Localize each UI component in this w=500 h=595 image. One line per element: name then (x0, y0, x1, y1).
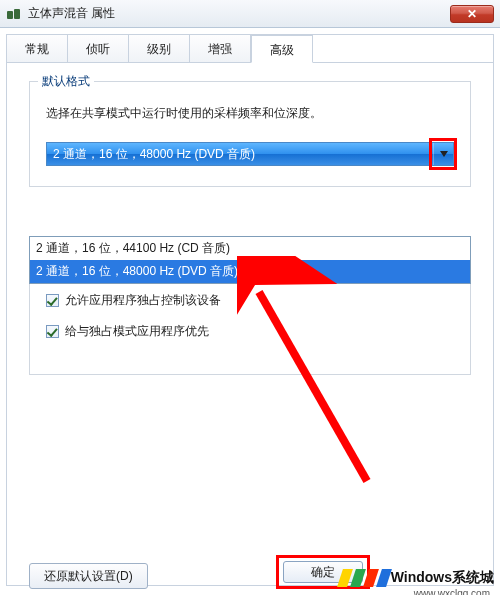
title-bar: 立体声混音 属性 ✕ (0, 0, 500, 28)
svg-rect-1 (14, 9, 20, 19)
close-button[interactable]: ✕ (450, 5, 494, 23)
exclusive-mode-group: 独占模式 允许应用程序独占控制该设备 给与独占模式应用程序优先 (29, 269, 471, 375)
svg-rect-0 (7, 11, 13, 19)
format-dropdown-value: 2 通道，16 位，48000 Hz (DVD 音质) (47, 146, 433, 163)
watermark: Windows系统城 (340, 569, 494, 587)
tab-general[interactable]: 常规 (7, 35, 68, 62)
watermark-url: www.wxclgg.com (414, 588, 490, 595)
checkbox-row-allow-exclusive: 允许应用程序独占控制该设备 (46, 292, 454, 309)
window-icon (6, 6, 22, 22)
default-format-description: 选择在共享模式中运行时使用的采样频率和位深度。 (46, 104, 454, 122)
format-dropdown-list: 2 通道，16 位，44100 Hz (CD 音质) 2 通道，16 位，480… (29, 236, 471, 284)
tab-advanced[interactable]: 高级 (251, 35, 313, 63)
dialog-body: 常规 侦听 级别 增强 高级 默认格式 选择在共享模式中运行时使用的采样频率和位… (6, 34, 494, 586)
checkbox-label-exclusive-priority: 给与独占模式应用程序优先 (65, 323, 209, 340)
format-dropdown-wrap: 2 通道，16 位，48000 Hz (DVD 音质) (46, 142, 454, 166)
checkbox-allow-exclusive[interactable] (46, 294, 59, 307)
tab-enhance[interactable]: 增强 (190, 35, 251, 62)
tab-bar: 常规 侦听 级别 增强 高级 (7, 35, 493, 63)
watermark-logo-icon (340, 569, 389, 587)
dropdown-arrow-button[interactable] (433, 143, 453, 165)
close-icon: ✕ (467, 8, 477, 20)
window-title: 立体声混音 属性 (28, 5, 450, 22)
checkbox-label-allow-exclusive: 允许应用程序独占控制该设备 (65, 292, 221, 309)
format-dropdown[interactable]: 2 通道，16 位，48000 Hz (DVD 音质) (46, 142, 454, 166)
default-format-title: 默认格式 (38, 73, 94, 90)
tab-levels[interactable]: 级别 (129, 35, 190, 62)
format-option-cd[interactable]: 2 通道，16 位，44100 Hz (CD 音质) (30, 237, 470, 260)
chevron-down-icon (440, 151, 448, 157)
restore-defaults-button[interactable]: 还原默认设置(D) (29, 563, 148, 589)
format-option-dvd[interactable]: 2 通道，16 位，48000 Hz (DVD 音质) (30, 260, 470, 283)
watermark-text: Windows系统城 (391, 569, 494, 587)
checkbox-row-exclusive-priority: 给与独占模式应用程序优先 (46, 323, 454, 340)
tab-content-advanced: 默认格式 选择在共享模式中运行时使用的采样频率和位深度。 2 通道，16 位，4… (7, 81, 493, 595)
checkbox-exclusive-priority[interactable] (46, 325, 59, 338)
tab-listen[interactable]: 侦听 (68, 35, 129, 62)
default-format-group: 默认格式 选择在共享模式中运行时使用的采样频率和位深度。 2 通道，16 位，4… (29, 81, 471, 187)
